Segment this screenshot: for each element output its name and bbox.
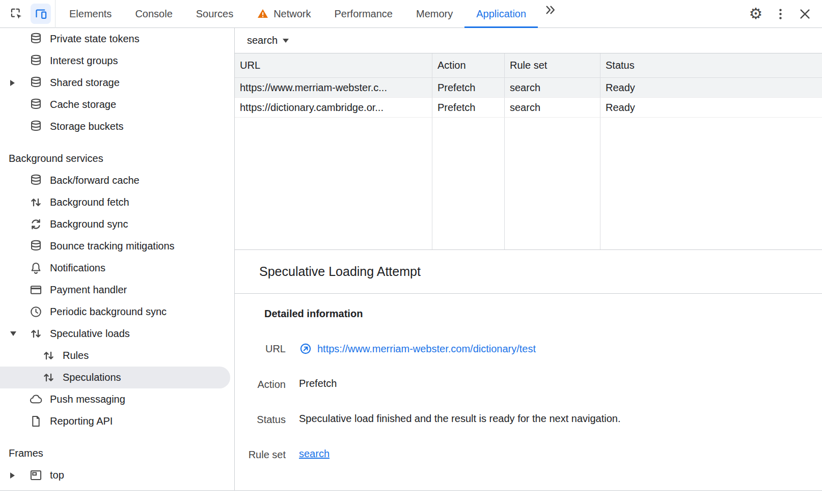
sidebar-item-label: Background sync xyxy=(50,218,128,230)
sidebar-item-label: Interest groups xyxy=(50,55,118,67)
sidebar-section-background-services: Background services xyxy=(0,148,234,170)
table-cell-action[interactable]: Prefetch xyxy=(432,78,505,98)
table-cell-rule-set[interactable]: search xyxy=(505,78,600,98)
table-filler xyxy=(600,118,822,249)
table-cell-url[interactable]: https://dictionary.cambridge.or... xyxy=(235,98,432,118)
cloud-icon xyxy=(29,393,43,406)
expander-collapsed-icon[interactable] xyxy=(10,80,15,86)
sidebar-item-shared-storage[interactable]: Shared storage xyxy=(0,72,234,94)
gear-icon: ⚙ xyxy=(749,6,763,21)
up-down-arrows-icon xyxy=(42,371,56,384)
sidebar-item-label: Back/forward cache xyxy=(50,175,140,186)
database-icon xyxy=(29,174,43,187)
sidebar-item-storage-buckets[interactable]: Storage buckets xyxy=(0,116,234,137)
detail-field-rule-set: Rule set search xyxy=(235,448,822,461)
clock-icon xyxy=(29,305,43,319)
panel-tabs: Elements Console Sources Network Perform… xyxy=(58,0,562,28)
status-label: Status xyxy=(235,413,286,426)
column-header-status: Status xyxy=(600,53,822,78)
chevron-down-icon xyxy=(283,39,289,43)
detail-field-status: Status Speculative load finished and the… xyxy=(235,413,822,426)
sidebar-item-label: Rules xyxy=(63,350,89,361)
sidebar-item-notifications[interactable]: Notifications xyxy=(0,257,234,279)
tab-performance[interactable]: Performance xyxy=(323,0,405,28)
action-label: Action xyxy=(235,378,286,390)
sidebar-item-label: Speculations xyxy=(63,372,121,383)
close-devtools-button[interactable] xyxy=(794,4,815,24)
tab-label: Console xyxy=(135,8,172,20)
detail-pane-title: Speculative Loading Attempt xyxy=(235,250,822,294)
action-value: Prefetch xyxy=(299,378,337,389)
url-link[interactable]: https://www.merriam-webster.com/dictiona… xyxy=(317,343,536,355)
tab-elements[interactable]: Elements xyxy=(58,0,123,28)
tab-application[interactable]: Application xyxy=(464,0,538,28)
up-down-arrows-icon xyxy=(29,327,43,341)
sidebar-item-top-frame[interactable]: top xyxy=(0,464,234,486)
database-icon xyxy=(29,32,43,46)
more-tabs-button[interactable] xyxy=(540,0,560,20)
table-cell-action[interactable]: Prefetch xyxy=(432,98,505,118)
device-toolbar-button[interactable] xyxy=(31,4,51,24)
devtools-menu-button[interactable] xyxy=(770,4,790,24)
sidebar-item-cache-storage[interactable]: Cache storage xyxy=(0,94,234,116)
table-filler xyxy=(432,118,505,249)
sidebar-item-push-messaging[interactable]: Push messaging xyxy=(0,388,234,410)
frame-icon xyxy=(29,468,43,482)
sidebar-item-background-sync[interactable]: Background sync xyxy=(0,213,234,235)
ruleset-filter-dropdown[interactable]: search xyxy=(247,35,289,46)
sidebar-item-private-state-tokens[interactable]: Private state tokens xyxy=(0,28,234,50)
table-cell-rule-set[interactable]: search xyxy=(505,98,600,118)
speculations-toolbar: search xyxy=(235,28,822,53)
tab-label: Sources xyxy=(196,8,233,20)
tab-console[interactable]: Console xyxy=(123,0,184,28)
sidebar-item-interest-groups[interactable]: Interest groups xyxy=(0,50,234,72)
database-icon xyxy=(29,54,43,68)
table-filler xyxy=(505,118,600,249)
reveal-url-icon[interactable] xyxy=(299,342,312,355)
close-icon xyxy=(798,7,812,21)
sidebar-item-label: Private state tokens xyxy=(50,33,140,45)
sidebar-item-label: Payment handler xyxy=(50,284,127,296)
window-bottom-edge xyxy=(0,490,822,504)
sidebar-item-rules[interactable]: Rules xyxy=(0,345,234,367)
tab-label: Performance xyxy=(335,8,393,20)
tab-label: Application xyxy=(476,8,526,20)
expander-expanded-icon[interactable] xyxy=(10,331,16,336)
sidebar-item-speculative-loads[interactable]: Speculative loads xyxy=(0,323,234,345)
table-cell-status[interactable]: Ready xyxy=(600,98,822,118)
sidebar-item-speculations[interactable]: Speculations xyxy=(0,367,230,388)
sidebar-item-label: Notifications xyxy=(50,262,105,274)
double-chevron-right-icon xyxy=(543,3,557,17)
tab-label: Memory xyxy=(416,8,453,20)
tab-network[interactable]: Network xyxy=(245,0,322,28)
expander-collapsed-icon[interactable] xyxy=(10,472,15,479)
table-cell-url[interactable]: https://www.merriam-webster.c... xyxy=(235,78,432,98)
tab-memory[interactable]: Memory xyxy=(404,0,464,28)
device-toolbar-icon xyxy=(34,7,48,21)
database-icon xyxy=(29,98,43,111)
sidebar-item-label: Periodic background sync xyxy=(50,306,167,318)
sidebar-item-label: Storage buckets xyxy=(50,121,124,132)
sidebar-item-label: Speculative loads xyxy=(50,328,130,340)
sidebar-item-reporting-api[interactable]: Reporting API xyxy=(0,410,234,432)
sidebar-item-back-forward-cache[interactable]: Back/forward cache xyxy=(0,170,234,191)
database-icon xyxy=(29,76,43,90)
toolbar-right: ⚙ xyxy=(739,0,822,27)
up-down-arrows-icon xyxy=(29,195,43,209)
speculations-table: URL Action Rule set Status https://www.m… xyxy=(235,53,822,250)
tab-sources[interactable]: Sources xyxy=(184,0,245,28)
sidebar-item-bounce-tracking-mitigations[interactable]: Bounce tracking mitigations xyxy=(0,235,234,257)
sidebar-item-background-fetch[interactable]: Background fetch xyxy=(0,191,234,213)
sidebar-item-label: Push messaging xyxy=(50,394,125,405)
table-cell-status[interactable]: Ready xyxy=(600,78,822,98)
detail-pane: Detailed information URL https://www.mer… xyxy=(235,294,822,490)
settings-button[interactable]: ⚙ xyxy=(746,4,766,24)
sidebar-item-payment-handler[interactable]: Payment handler xyxy=(0,279,234,301)
tab-label: Elements xyxy=(69,8,112,20)
inspect-element-button[interactable] xyxy=(6,4,26,24)
toolbar-divider xyxy=(55,0,56,28)
database-icon xyxy=(29,239,43,253)
rule-set-link[interactable]: search xyxy=(299,448,330,460)
sidebar-item-periodic-background-sync[interactable]: Periodic background sync xyxy=(0,301,234,323)
rule-set-label: Rule set xyxy=(235,448,286,461)
